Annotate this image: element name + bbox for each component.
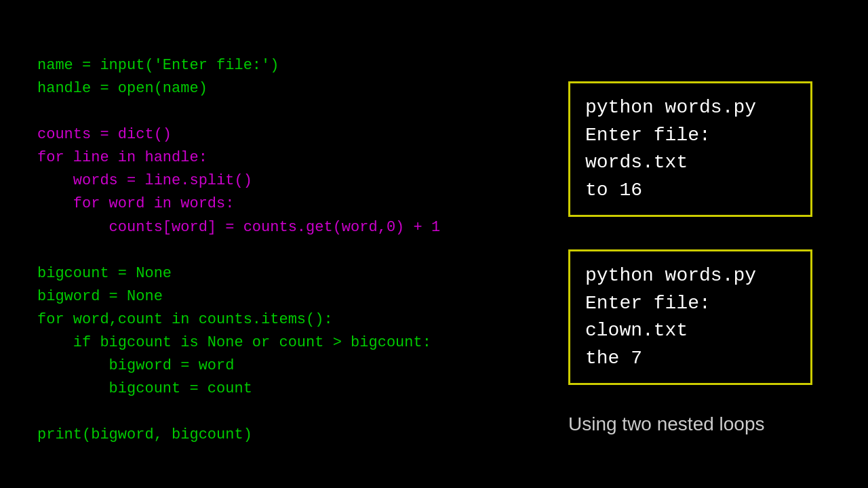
code-line-13: bigcount = count [37,380,252,397]
code-line-4: for line in handle: [37,149,208,166]
terminal-2-line3: the 7 [585,345,795,373]
terminal-box-2: python words.py Enter file: clown.txt th… [568,249,812,385]
terminal-2-line2: Enter file: clown.txt [585,290,795,345]
caption: Using two nested loops [568,413,765,435]
terminal-1-line1: python words.py [585,94,795,122]
code-line-9: bigword = None [37,288,163,305]
code-line-7: counts[word] = counts.get(word,0) + 1 [37,219,440,236]
code-line-8: bigcount = None [37,265,172,282]
terminal-1-line2: Enter file: words.txt [585,122,795,177]
code-line-6: for word in words: [37,195,234,212]
blank-line-3 [37,401,440,424]
code-line-12: bigword = word [37,357,234,374]
terminal-1-value: words.txt [585,152,688,173]
code-line-10: for word,count in counts.items(): [37,311,333,328]
terminal-2-value: clown.txt [585,320,688,341]
terminal-box-1: python words.py Enter file: words.txt to… [568,81,812,217]
code-line-5: words = line.split() [37,172,252,189]
code-line-3: counts = dict() [37,126,172,143]
code-block: name = input('Enter file:') handle = ope… [37,54,440,447]
code-line-11: if bigcount is None or count > bigcount: [37,334,431,351]
blank-line-1 [37,100,440,123]
code-line-14: print(bigword, bigcount) [37,426,252,443]
terminal-2-line1: python words.py [585,262,795,290]
terminal-1-prefix: Enter file: [585,125,711,146]
code-line-1: name = input('Enter file:') [37,57,279,74]
terminal-2-prefix: Enter file: [585,293,711,314]
blank-line-2 [37,239,440,262]
terminal-1-line3: to 16 [585,177,795,205]
code-line-2: handle = open(name) [37,80,208,97]
